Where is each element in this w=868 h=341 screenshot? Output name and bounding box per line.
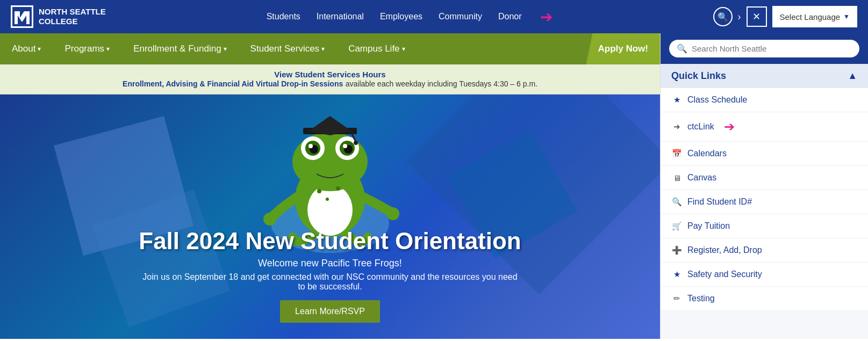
- sidebar-search-area: 🔍: [661, 33, 868, 64]
- calendar-icon: 📅: [671, 149, 682, 158]
- expand-button[interactable]: ›: [738, 11, 741, 23]
- nav-community[interactable]: Community: [439, 12, 482, 21]
- search-icon: 🔍: [677, 43, 687, 54]
- college-name: NORTH SEATTLE COLLEGE: [39, 7, 106, 26]
- right-sidebar: 🔍 Quick Links ▲ ★ Class Schedule ➜ ctcLi…: [660, 33, 868, 339]
- svg-point-20: [317, 189, 321, 193]
- screen-icon: 🖥: [671, 173, 682, 183]
- quick-link-find-student-id[interactable]: 🔍 Find Student ID#: [661, 190, 868, 214]
- green-nav-items: About ▾ Programs ▾ Enrollment & Funding …: [0, 33, 586, 64]
- hero-subtitle: Welcome new Pacific Tree Frogs!: [0, 258, 660, 269]
- college-logo-icon: [11, 5, 33, 28]
- nav-student-services[interactable]: Student Services ▾: [239, 33, 337, 64]
- svg-point-13: [343, 144, 347, 148]
- quick-links-title: Quick Links: [671, 70, 726, 82]
- svg-point-12: [309, 144, 313, 148]
- select-language-button[interactable]: Select Language ▼: [772, 6, 858, 27]
- chevron-down-icon: ▼: [843, 13, 850, 20]
- search-input[interactable]: [692, 44, 852, 53]
- hero-text-block: Fall 2024 New Student Orientation Welcom…: [0, 228, 660, 323]
- svg-point-22: [326, 198, 329, 201]
- student-services-hours-link[interactable]: View Student Services Hours: [11, 70, 649, 79]
- quick-link-label: Safety and Security: [687, 270, 762, 279]
- left-content: About ▾ Programs ▾ Enrollment & Funding …: [0, 33, 660, 339]
- quick-link-label: Register, Add, Drop: [687, 245, 762, 255]
- svg-point-19: [386, 207, 399, 220]
- top-right-controls: 🔍 › ✕ Select Language ▼: [713, 6, 858, 27]
- plus-icon: ➕: [671, 245, 682, 255]
- quick-link-label: Pay Tuition: [687, 221, 730, 231]
- pencil-icon: ✏: [671, 294, 682, 303]
- main-wrapper: About ▾ Programs ▾ Enrollment & Funding …: [0, 33, 868, 339]
- quick-link-label: Calendars: [687, 149, 727, 158]
- nav-donor[interactable]: Donor: [498, 12, 522, 21]
- quick-link-class-schedule[interactable]: ★ Class Schedule: [661, 88, 868, 112]
- quick-link-label: Canvas: [687, 173, 716, 183]
- magnifier-icon: 🔍: [671, 197, 682, 207]
- quick-link-label: Class Schedule: [687, 95, 747, 105]
- campus-life-arrow: ▾: [402, 45, 405, 53]
- hero-section: Fall 2024 New Student Orientation Welcom…: [0, 95, 660, 339]
- green-navigation: About ▾ Programs ▾ Enrollment & Funding …: [0, 33, 660, 64]
- close-button[interactable]: ✕: [747, 6, 767, 27]
- quick-link-testing[interactable]: ✏ Testing: [661, 287, 868, 311]
- banner-text: available each weekday including Tuesday…: [346, 79, 537, 88]
- student-services-arrow: ▾: [321, 45, 325, 53]
- nav-programs[interactable]: Programs ▾: [53, 33, 121, 64]
- star-icon: ★: [671, 95, 682, 105]
- top-navigation: Students International Employees Communi…: [106, 8, 713, 26]
- quick-link-ctclink[interactable]: ➜ ctcLink ➔: [661, 112, 868, 142]
- about-arrow: ▾: [38, 45, 41, 53]
- quick-link-label: Find Student ID#: [687, 197, 752, 207]
- quick-link-canvas[interactable]: 🖥 Canvas: [661, 166, 868, 190]
- top-bar: NORTH SEATTLE COLLEGE Students Internati…: [0, 0, 868, 33]
- apply-now-button[interactable]: Apply Now!: [586, 33, 661, 64]
- hero-description: Join us on September 18 and get connecte…: [142, 272, 518, 292]
- pink-arrow-ctclink: ➔: [724, 119, 735, 134]
- collapse-quick-links-button[interactable]: ▲: [848, 70, 857, 82]
- quick-link-safety-security[interactable]: ★ Safety and Security: [661, 263, 868, 287]
- search-input-wrapper: 🔍: [669, 40, 859, 57]
- nav-students[interactable]: Students: [267, 12, 300, 21]
- logo-area: NORTH SEATTLE COLLEGE: [11, 5, 106, 28]
- svg-point-18: [263, 213, 276, 226]
- banner-strip: View Student Services Hours Enrollment, …: [0, 64, 660, 95]
- quick-links-list: ★ Class Schedule ➜ ctcLink ➔ 📅 Calendars…: [661, 88, 868, 311]
- quick-link-pay-tuition[interactable]: 🛒 Pay Tuition: [661, 214, 868, 238]
- signin-icon: ➜: [671, 122, 682, 132]
- star-icon-2: ★: [671, 270, 682, 279]
- nav-enrollment-funding[interactable]: Enrollment & Funding ▾: [121, 33, 238, 64]
- pink-arrow-nav: ➔: [540, 8, 553, 26]
- search-button[interactable]: 🔍: [713, 7, 733, 26]
- hero-title: Fall 2024 New Student Orientation: [0, 228, 660, 255]
- nav-employees[interactable]: Employees: [380, 12, 422, 21]
- enrollment-arrow: ▾: [224, 45, 227, 53]
- quick-link-label: ctcLink: [687, 122, 714, 132]
- hero-cta-button[interactable]: Learn More/RSVP: [280, 300, 380, 323]
- nav-about[interactable]: About ▾: [0, 33, 53, 64]
- svg-point-21: [336, 186, 340, 191]
- svg-point-17: [354, 141, 358, 145]
- programs-arrow: ▾: [106, 45, 110, 53]
- quick-links-header: Quick Links ▲: [661, 64, 868, 88]
- drop-in-sessions-link[interactable]: Enrollment, Advising & Financial Aid Vir…: [123, 79, 343, 88]
- nav-campus-life[interactable]: Campus Life ▾: [336, 33, 417, 64]
- nav-international[interactable]: International: [317, 12, 364, 21]
- quick-link-register-add-drop[interactable]: ➕ Register, Add, Drop: [661, 238, 868, 263]
- quick-link-calendars[interactable]: 📅 Calendars: [661, 142, 868, 166]
- cart-icon: 🛒: [671, 221, 682, 231]
- quick-link-label: Testing: [687, 294, 715, 303]
